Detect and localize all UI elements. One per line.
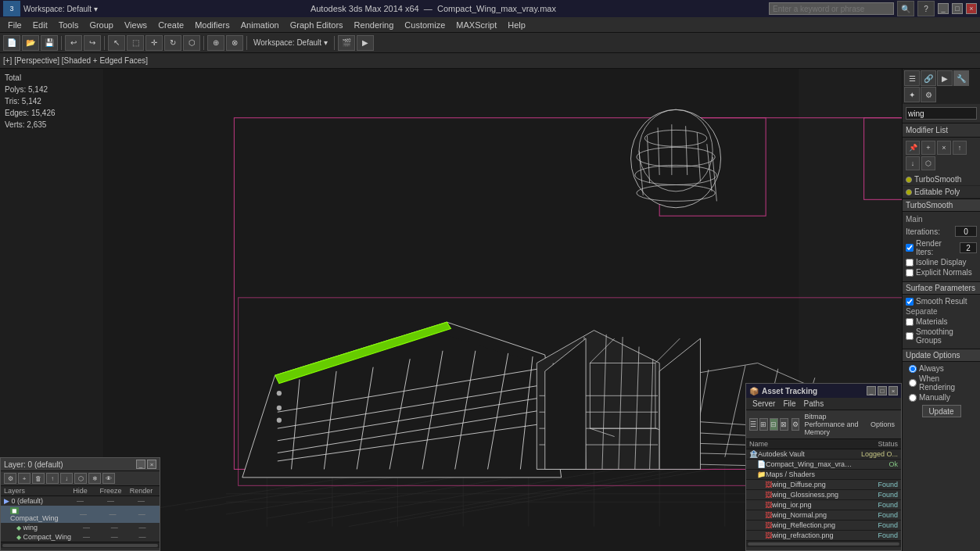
menu-file[interactable]: File <box>3 19 27 31</box>
layer-move-down-btn[interactable]: ↓ <box>60 473 73 484</box>
layer-hide-all-btn[interactable]: 👁 <box>102 473 115 484</box>
menu-graph-editors[interactable]: Graph Editors <box>285 19 348 31</box>
scale-btn[interactable]: ⬡ <box>183 35 200 51</box>
asset-row-ior[interactable]: 🖼 wing_ior.png Found <box>746 500 901 510</box>
render-iters-check[interactable] <box>906 244 914 252</box>
layer-row-0[interactable]: ▶ 0 (default) — — — <box>1 496 160 506</box>
isoline-check[interactable] <box>906 259 914 267</box>
when-rendering-radio[interactable] <box>909 379 917 387</box>
asset-scrollbar-track[interactable] <box>748 542 899 546</box>
smoothing-groups-check[interactable] <box>906 332 914 340</box>
layer-row-2[interactable]: ◆ wing — — — <box>1 523 160 532</box>
redo-btn[interactable]: ↪ <box>84 35 101 51</box>
modifier-turbosmooth[interactable]: TurboSmooth <box>903 174 980 186</box>
layer-scrollbar[interactable] <box>1 542 160 548</box>
move-btn[interactable]: ✛ <box>145 35 163 51</box>
save-btn[interactable]: 💾 <box>41 35 58 51</box>
modifier-editablepoly[interactable]: Editable Poly <box>903 186 980 199</box>
asset-scrollbar[interactable] <box>746 541 901 547</box>
manually-radio[interactable] <box>909 394 917 402</box>
undo-btn[interactable]: ↩ <box>65 35 82 51</box>
layer-panel-close[interactable]: × <box>147 460 156 469</box>
asset-tb-options[interactable]: ⚙ <box>792 418 800 431</box>
menu-help[interactable]: Help <box>503 19 530 31</box>
update-button[interactable]: Update <box>922 405 961 417</box>
iterations-input[interactable] <box>955 226 977 237</box>
tab-modify[interactable]: 🔧 <box>953 70 969 86</box>
asset-tb-icons[interactable]: ⊞ <box>759 418 768 431</box>
snap2-btn[interactable]: ⊗ <box>226 35 243 51</box>
mod-btn-add[interactable]: + <box>921 141 935 155</box>
materials-check[interactable] <box>906 318 914 326</box>
layer-expand-btn[interactable]: ⬡ <box>74 473 87 484</box>
search-icon-btn[interactable]: 🔍 <box>897 1 914 16</box>
always-radio[interactable] <box>909 365 917 373</box>
render-btn[interactable]: ▶ <box>357 35 374 51</box>
asset-menu-server[interactable]: Server <box>749 399 778 409</box>
viewport[interactable]: Total Polys: 5,142 Tris: 5,142 Edges: 15… <box>0 69 902 551</box>
menu-tools[interactable]: Tools <box>54 19 84 31</box>
asset-row-normal[interactable]: 🖼 wing_Normal.png Found <box>746 510 901 521</box>
asset-panel-close[interactable]: × <box>888 386 898 395</box>
asset-tb-details[interactable]: ⊟ <box>770 418 778 431</box>
search-input[interactable] <box>769 2 894 15</box>
maximize-btn[interactable]: □ <box>952 3 963 14</box>
asset-row-maxfile[interactable]: 📄 Compact_Wing_max_vray.max Ok <box>746 460 901 470</box>
layer-row-1[interactable]: ◼ Compact_Wing — — — <box>1 506 160 523</box>
asset-row-maps[interactable]: 📁 Maps / Shaders <box>746 470 901 480</box>
tab-create[interactable]: ✦ <box>904 87 920 102</box>
menu-edit[interactable]: Edit <box>28 19 52 31</box>
tab-hierarchy[interactable]: 🔗 <box>921 70 936 86</box>
layer-scrollbar-track[interactable] <box>2 544 158 547</box>
layer-panel-minimize[interactable]: _ <box>136 460 145 469</box>
rotate-btn[interactable]: ↻ <box>164 35 181 51</box>
layer-delete-btn[interactable]: 🗑 <box>32 473 45 484</box>
tab-motion[interactable]: ▶ <box>937 70 953 86</box>
mod-btn-delete[interactable]: × <box>937 141 951 155</box>
layer-move-up-btn[interactable]: ↑ <box>46 473 59 484</box>
asset-menu-bitmaps[interactable]: Bitmap Performance and Memory <box>801 412 866 437</box>
asset-row-diffuse[interactable]: 🖼 wing_Diffuse.png Found <box>746 480 901 490</box>
new-btn[interactable]: 📄 <box>3 35 20 51</box>
object-name-field[interactable] <box>906 107 977 120</box>
layer-row-3[interactable]: ◆ Compact_Wing — — — <box>1 532 160 542</box>
snap-btn[interactable]: ⊕ <box>207 35 224 51</box>
mod-btn-pin[interactable]: 📌 <box>906 141 920 155</box>
layer-settings-btn[interactable]: ⚙ <box>4 473 16 484</box>
title-bar-right[interactable]: 🔍 ? _ □ × <box>769 1 977 16</box>
asset-menu-file[interactable]: File <box>780 399 799 409</box>
select-btn[interactable]: ↖ <box>108 35 125 51</box>
asset-menu-paths[interactable]: Paths <box>801 399 827 409</box>
minimize-btn[interactable]: _ <box>938 3 949 14</box>
menu-views[interactable]: Views <box>120 19 152 31</box>
menu-customize[interactable]: Customize <box>400 19 450 31</box>
open-btn[interactable]: 📂 <box>22 35 39 51</box>
asset-row-vault[interactable]: 🏦 Autodesk Vault Logged O... <box>746 449 901 460</box>
render-setup-btn[interactable]: 🎬 <box>338 35 355 51</box>
menu-animation[interactable]: Animation <box>236 19 284 31</box>
tab-display[interactable]: ☰ <box>904 70 920 86</box>
menu-rendering[interactable]: Rendering <box>350 19 399 31</box>
tab-utilities[interactable]: ⚙ <box>921 87 936 102</box>
menu-create[interactable]: Create <box>153 19 188 31</box>
menu-modifiers[interactable]: Modifiers <box>190 19 235 31</box>
asset-tb-sort[interactable]: ⊠ <box>780 418 788 431</box>
mod-btn-up[interactable]: ↑ <box>953 141 967 155</box>
asset-panel-minimize[interactable]: _ <box>867 386 876 395</box>
close-btn[interactable]: × <box>966 3 977 14</box>
asset-panel-maximize[interactable]: □ <box>878 386 887 395</box>
render-iters-input[interactable] <box>960 242 977 253</box>
help-btn[interactable]: ? <box>917 1 935 16</box>
layer-freeze-all-btn[interactable]: ❄ <box>88 473 101 484</box>
menu-group[interactable]: Group <box>84 19 118 31</box>
select-region-btn[interactable]: ⬚ <box>127 35 144 51</box>
asset-row-glossiness[interactable]: 🖼 wing_Glossiness.png Found <box>746 490 901 500</box>
asset-menu-options[interactable]: Options <box>867 420 898 429</box>
asset-tb-list[interactable]: ☰ <box>749 418 758 431</box>
asset-row-refraction[interactable]: 🖼 wing_refraction.png Found <box>746 531 901 541</box>
smooth-result-check[interactable] <box>906 298 914 306</box>
layer-new-btn[interactable]: + <box>18 473 31 484</box>
mod-btn-highlight[interactable]: ⬡ <box>921 156 935 170</box>
explicit-normals-check[interactable] <box>906 269 914 277</box>
menu-maxscript[interactable]: MAXScript <box>451 19 501 31</box>
